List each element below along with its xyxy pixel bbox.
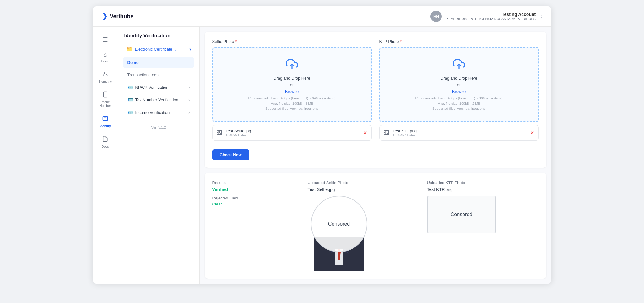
folder-icon: 📁: [126, 46, 133, 52]
home-icon: ⌂: [103, 51, 107, 58]
sidebar-folder-electronic-cert[interactable]: 📁 Electronic Certificate ... ▾: [123, 44, 194, 55]
selfie-censored-circle: Censored: [311, 196, 367, 252]
ktp-file-size: 1365457 Bytes: [393, 133, 527, 137]
sidebar-item-identity[interactable]: Identity: [94, 112, 116, 131]
svg-point-0: [104, 72, 106, 74]
uploaded-selfie-label: Uploaded Selfie Photo: [308, 180, 419, 185]
chevron-right-icon: ›: [188, 85, 190, 90]
uploaded-ktp-value: Test KTP.png: [427, 187, 539, 192]
chevron-right-icon3: ›: [188, 110, 190, 115]
uploaded-ktp-label: Uploaded KTP Photo: [427, 180, 539, 185]
logo: ❯ Verihubs: [102, 12, 134, 20]
topbar: ❯ Verihubs HH Testing Account PT VERIHUB…: [93, 6, 551, 27]
home-label: Home: [101, 60, 110, 63]
biometric-label: Biometric: [99, 80, 112, 84]
rejected-clear-value[interactable]: Clear: [212, 202, 300, 206]
required-star2: *: [400, 39, 402, 44]
selfie-remove-button[interactable]: ✕: [363, 130, 367, 136]
svg-rect-1: [103, 92, 107, 97]
sidebar-sub-npwp[interactable]: 🪪 NPWP Verification ›: [123, 82, 194, 93]
ktp-file-name: Test KTP.png: [393, 129, 527, 133]
ktp-label: KTP Photo *: [379, 39, 539, 44]
selfie-file-size: 104825 Bytes: [226, 133, 360, 137]
upload-cloud-icon: [286, 58, 298, 73]
chevron-right-icon: ›: [541, 13, 542, 19]
upload-section: Selfie Photo * Drag and: [205, 32, 546, 168]
ktp-drop-text: Drag and Drop Here: [441, 76, 477, 81]
ktp-browse-link[interactable]: Browse: [452, 89, 466, 94]
sidebar-menu-demo[interactable]: Demo: [123, 57, 194, 68]
upload-cloud-icon2: [453, 58, 465, 73]
card2-icon: 🪪: [127, 97, 133, 102]
identity-label: Identity: [100, 125, 111, 128]
ktp-upload-col: KTP Photo * Drag and Dro: [379, 39, 539, 141]
account-menu[interactable]: HH Testing Account PT VERIHUBS INTELIGEN…: [430, 11, 542, 22]
ktp-drop-zone[interactable]: Drag and Drop Here or Browse Recommended…: [379, 47, 539, 122]
avatar: HH: [430, 11, 442, 22]
ktp-remove-button[interactable]: ✕: [530, 130, 534, 136]
hamburger-menu[interactable]: ☰: [99, 33, 111, 47]
selfie-drop-text: Drag and Drop Here: [273, 76, 310, 81]
selfie-label: Selfie Photo *: [212, 39, 372, 44]
results-label: Results: [212, 180, 300, 185]
sidebar-sub-income[interactable]: 🪪 Income Verification ›: [123, 107, 194, 118]
logo-text: Verihubs: [110, 13, 134, 20]
or-text: or: [290, 82, 294, 87]
secondary-sidebar: Identity Verification 📁 Electronic Certi…: [118, 27, 200, 284]
sidebar-item-biometric[interactable]: Biometric: [94, 68, 116, 87]
rejected-field-label: Rejected Field: [212, 196, 300, 200]
account-sub: PT VERIHUBS INTELIGENSIA NUSANTARA - VER…: [446, 17, 536, 21]
ktp-hint: Recommended size: 480px (horizontal) x 3…: [415, 96, 502, 111]
biometric-icon: [102, 71, 108, 79]
results-section: Results Verified Rejected Field Clear Up…: [205, 173, 546, 279]
check-now-button[interactable]: Check Now: [212, 149, 249, 160]
sidebar-item-phone-number[interactable]: Phone Number: [94, 88, 116, 111]
card-icon: 🪪: [127, 85, 133, 90]
or-text2: or: [457, 82, 461, 87]
account-name: Testing Account: [446, 12, 536, 17]
selfie-file-item: 🖼 Test Selfie.jpg 104825 Bytes ✕: [212, 125, 372, 141]
chevron-right-icon2: ›: [188, 98, 190, 102]
sidebar-sub-tax[interactable]: 🪪 Tax Number Verification ›: [123, 94, 194, 105]
logo-icon: ❯: [102, 12, 107, 20]
content-area: Selfie Photo * Drag and: [200, 27, 551, 284]
sidebar-menu-transaction-logs[interactable]: Transaction Logs: [123, 69, 194, 80]
docs-icon: [102, 136, 108, 144]
card3-icon: 🪪: [127, 110, 133, 115]
version-text: Ver: 3.1.2: [123, 119, 194, 129]
chevron-down-icon: ▾: [189, 47, 191, 51]
uploaded-selfie-value: Test Selfie.jpg: [308, 187, 419, 192]
icon-sidebar: ☰ ⌂ Home Biometric Phone Number: [93, 27, 118, 284]
phone-icon: [102, 91, 108, 99]
required-star: *: [235, 39, 237, 44]
selfie-file-name: Test Selfie.jpg: [226, 129, 360, 133]
selfie-censored-label: Censored: [328, 221, 350, 227]
ktp-preview-container: Censored: [427, 196, 496, 233]
ktp-file-item: 🖼 Test KTP.png 1365457 Bytes ✕: [379, 125, 539, 141]
identity-icon: [102, 115, 108, 123]
sidebar-title: Identity Verification: [123, 33, 194, 39]
results-info-col: Results Verified Rejected Field Clear: [212, 180, 300, 271]
phone-label: Phone Number: [97, 100, 114, 108]
selfie-result-col: Uploaded Selfie Photo Test Selfie.jpg Ce…: [308, 180, 419, 271]
account-info: Testing Account PT VERIHUBS INTELIGENSIA…: [446, 12, 536, 21]
docs-label: Docs: [102, 145, 109, 149]
selfie-browse-link[interactable]: Browse: [285, 89, 299, 94]
result-verified: Verified: [212, 187, 300, 192]
ktp-censored-label: Censored: [451, 212, 472, 217]
selfie-hint: Recommended size: 480px (horizontal) x 6…: [248, 96, 335, 111]
selfie-upload-col: Selfie Photo * Drag and: [212, 39, 372, 141]
sidebar-item-home[interactable]: ⌂ Home: [94, 48, 116, 66]
ktp-file-icon: 🖼: [384, 130, 390, 136]
selfie-drop-zone[interactable]: Drag and Drop Here or Browse Recommended…: [212, 47, 372, 122]
ktp-result-col: Uploaded KTP Photo Test KTP.png Censored: [427, 180, 539, 271]
sidebar-item-docs[interactable]: Docs: [94, 133, 116, 152]
file-icon: 🖼: [217, 130, 223, 136]
selfie-preview-container: Censored: [308, 196, 371, 271]
folder-label: Electronic Certificate ...: [135, 47, 177, 51]
